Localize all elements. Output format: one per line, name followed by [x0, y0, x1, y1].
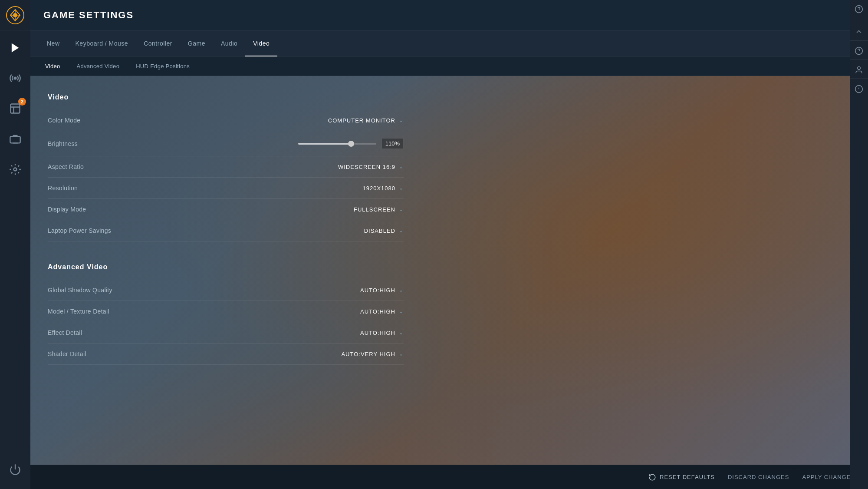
app-logo[interactable]	[0, 0, 30, 30]
aspect-ratio-dropdown[interactable]: WIDESCREEN 16:9 ⌄	[338, 164, 404, 170]
discard-changes-label: DISCARD CHANGES	[728, 474, 789, 480]
reset-defaults-button[interactable]: RESET DEFAULTS	[648, 473, 715, 481]
tab-audio[interactable]: Audio	[213, 30, 245, 56]
tab-controller[interactable]: Controller	[136, 30, 180, 56]
discard-changes-button[interactable]: DISCARD CHANGES	[728, 474, 789, 480]
svg-marker-2	[12, 43, 19, 53]
right-sidebar-mid	[850, 18, 868, 489]
texture-detail-control[interactable]: AUTO:HIGH ⌄	[308, 308, 404, 315]
effect-detail-value: AUTO:HIGH	[360, 330, 395, 336]
sidebar-item-inventory[interactable]: 2	[0, 93, 30, 124]
laptop-power-arrow: ⌄	[399, 228, 404, 234]
bottom-bar: RESET DEFAULTS DISCARD CHANGES APPLY CHA…	[30, 465, 868, 489]
effect-detail-dropdown[interactable]: AUTO:HIGH ⌄	[360, 330, 404, 336]
advanced-video-section-title: Advanced Video	[48, 263, 404, 271]
sidebar-item-play[interactable]	[0, 33, 30, 63]
shader-detail-arrow: ⌄	[399, 351, 404, 357]
setting-row-aspect-ratio: Aspect Ratio WIDESCREEN 16:9 ⌄	[48, 156, 404, 178]
shader-detail-dropdown[interactable]: AUTO:VERY HIGH ⌄	[341, 351, 404, 357]
color-mode-value: COMPUTER MONITOR	[328, 117, 395, 124]
inventory-badge: 2	[18, 98, 26, 106]
right-info-button[interactable]	[850, 80, 868, 98]
tab-new[interactable]: New	[39, 30, 68, 56]
content-scroll[interactable]: Video Color Mode COMPUTER MONITOR ⌄ Brig…	[30, 76, 868, 465]
shadow-quality-dropdown[interactable]: AUTO:HIGH ⌄	[360, 287, 404, 294]
svg-rect-5	[10, 136, 20, 143]
setting-row-laptop-power: Laptop Power Savings DISABLED ⌄	[48, 220, 404, 241]
sub-tab-hud-edge-positions[interactable]: HUD Edge Positions	[130, 59, 196, 73]
laptop-power-label: Laptop Power Savings	[48, 227, 111, 234]
setting-row-brightness: Brightness 110%	[48, 131, 404, 156]
info-icon	[855, 85, 863, 93]
setting-row-resolution: Resolution 1920X1080 ⌄	[48, 178, 404, 199]
brightness-slider-fill	[298, 143, 351, 145]
display-mode-label: Display Mode	[48, 206, 86, 213]
setting-row-display-mode: Display Mode FULLSCREEN ⌄	[48, 199, 404, 220]
resolution-dropdown[interactable]: 1920X1080 ⌄	[362, 185, 404, 192]
content-area: Video Color Mode COMPUTER MONITOR ⌄ Brig…	[30, 76, 868, 465]
setting-row-color-mode: Color Mode COMPUTER MONITOR ⌄	[48, 110, 404, 131]
sidebar-item-power[interactable]	[0, 454, 30, 485]
effect-detail-label: Effect Detail	[48, 329, 82, 336]
resolution-value: 1920X1080	[362, 185, 395, 192]
aspect-ratio-label: Aspect Ratio	[48, 163, 84, 170]
display-mode-value: FULLSCREEN	[354, 206, 395, 213]
svg-point-3	[14, 77, 16, 79]
resolution-control[interactable]: 1920X1080 ⌄	[308, 185, 404, 192]
apply-changes-button[interactable]: APPLY CHANGES	[802, 474, 855, 480]
texture-detail-dropdown[interactable]: AUTO:HIGH ⌄	[360, 308, 404, 315]
display-mode-arrow: ⌄	[399, 206, 404, 212]
brightness-slider-track[interactable]	[298, 143, 376, 145]
right-user-button[interactable]	[850, 61, 868, 79]
setting-row-effect-detail: Effect Detail AUTO:HIGH ⌄	[48, 322, 404, 344]
shadow-quality-control[interactable]: AUTO:HIGH ⌄	[308, 287, 404, 294]
page-title: GAME SETTINGS	[43, 10, 134, 21]
brightness-label: Brightness	[48, 140, 78, 147]
sub-tab-advanced-video[interactable]: Advanced Video	[71, 59, 126, 73]
sub-tab-video[interactable]: Video	[39, 59, 66, 73]
color-mode-dropdown[interactable]: COMPUTER MONITOR ⌄	[328, 117, 404, 124]
shadow-quality-label: Global Shadow Quality	[48, 287, 112, 294]
display-mode-dropdown[interactable]: FULLSCREEN ⌄	[354, 206, 404, 213]
display-mode-control[interactable]: FULLSCREEN ⌄	[308, 206, 404, 213]
laptop-power-value: DISABLED	[364, 228, 395, 234]
sidebar-item-broadcast[interactable]	[0, 63, 30, 93]
resolution-label: Resolution	[48, 185, 78, 192]
shader-detail-control[interactable]: AUTO:VERY HIGH ⌄	[308, 351, 404, 357]
reset-defaults-label: RESET DEFAULTS	[660, 474, 715, 480]
resolution-arrow: ⌄	[399, 185, 404, 191]
sidebar-item-tv[interactable]	[0, 124, 30, 154]
laptop-power-dropdown[interactable]: DISABLED ⌄	[364, 228, 404, 234]
sidebar-nav: 2	[0, 30, 30, 454]
effect-detail-arrow: ⌄	[399, 330, 404, 336]
apply-changes-label: APPLY CHANGES	[802, 474, 855, 480]
sub-nav: Video Advanced Video HUD Edge Positions	[30, 56, 868, 76]
tab-video[interactable]: Video	[245, 30, 277, 56]
arrow-up-icon	[855, 27, 863, 36]
video-section-title: Video	[48, 93, 404, 101]
help-icon	[855, 5, 863, 13]
settings-panel: Video Color Mode COMPUTER MONITOR ⌄ Brig…	[30, 76, 421, 378]
setting-row-shadow-quality: Global Shadow Quality AUTO:HIGH ⌄	[48, 280, 404, 301]
right-help-button[interactable]	[850, 0, 868, 18]
setting-row-shader-detail: Shader Detail AUTO:VERY HIGH ⌄	[48, 344, 404, 365]
svg-point-12	[858, 66, 861, 69]
right-arrow-up-button[interactable]	[850, 23, 868, 41]
shadow-quality-arrow: ⌄	[399, 287, 404, 293]
tab-keyboard-mouse[interactable]: Keyboard / Mouse	[68, 30, 136, 56]
aspect-ratio-control[interactable]: WIDESCREEN 16:9 ⌄	[308, 164, 404, 170]
brightness-slider-thumb[interactable]	[348, 141, 354, 147]
color-mode-control[interactable]: COMPUTER MONITOR ⌄	[308, 117, 404, 124]
sidebar-item-settings[interactable]	[0, 154, 30, 185]
color-mode-arrow: ⌄	[399, 117, 404, 123]
effect-detail-control[interactable]: AUTO:HIGH ⌄	[308, 330, 404, 336]
svg-point-6	[14, 168, 17, 171]
tab-game[interactable]: Game	[180, 30, 213, 56]
right-question-button[interactable]	[850, 42, 868, 60]
aspect-ratio-value: WIDESCREEN 16:9	[338, 164, 395, 170]
shader-detail-label: Shader Detail	[48, 350, 86, 357]
nav-tabs: New Keyboard / Mouse Controller Game Aud…	[30, 30, 868, 56]
question-icon	[855, 46, 863, 55]
laptop-power-control[interactable]: DISABLED ⌄	[308, 228, 404, 234]
setting-row-texture-detail: Model / Texture Detail AUTO:HIGH ⌄	[48, 301, 404, 322]
